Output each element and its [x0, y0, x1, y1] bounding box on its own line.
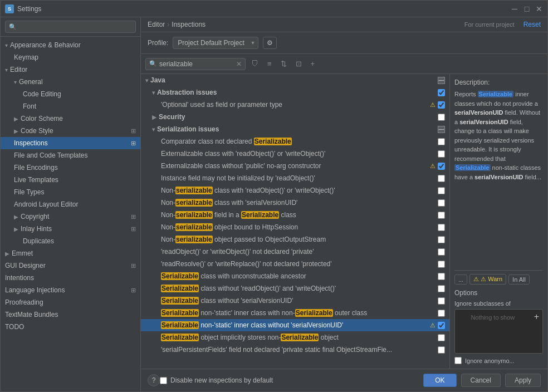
- unconstructable-checkbox[interactable]: [438, 273, 445, 280]
- non-serial5-checkbox[interactable]: [438, 236, 445, 243]
- sidebar-item-file-code-templates[interactable]: File and Code Templates: [1, 149, 140, 161]
- externalizable1-item[interactable]: Externalizable class with 'readObject()'…: [141, 148, 449, 160]
- security-group[interactable]: ▶ Security: [141, 111, 449, 123]
- no-readobject-checkbox[interactable]: [438, 285, 445, 292]
- abstraction-group[interactable]: ▾ Abstraction issues: [141, 86, 449, 99]
- readobject-item[interactable]: 'readObject()' or 'writeObject()' not de…: [141, 246, 449, 258]
- filter-clear-icon[interactable]: ✕: [236, 60, 242, 68]
- sidebar-item-copyright[interactable]: ▶ Copyright ⊞: [1, 210, 140, 223]
- non-static-no-uid-checkbox[interactable]: [438, 322, 445, 329]
- cancel-button[interactable]: Cancel: [461, 374, 501, 387]
- sidebar-item-editor[interactable]: ▾ Editor: [1, 63, 140, 76]
- non-serial2-item[interactable]: Non-serializable class with 'serialVersi…: [141, 197, 449, 209]
- abstraction-checkbox[interactable]: [438, 89, 445, 96]
- persistent-fields-item[interactable]: 'serialPersistentFields' field not decla…: [141, 344, 449, 356]
- sidebar-item-duplicates[interactable]: Duplicates: [1, 235, 140, 247]
- serialization-group[interactable]: ▾ Serialization issues —: [141, 123, 449, 135]
- description-actions: ... ⚠ ⚠ Warn In All: [454, 270, 543, 285]
- sidebar-item-code-style[interactable]: ▶ Code Style ⊞: [1, 125, 140, 137]
- unconstructable-item[interactable]: Serializable class with unconstructable …: [141, 270, 449, 282]
- close-btn[interactable]: ✕: [535, 5, 543, 13]
- non-serial4-text: Non-serializable object bound to HttpSes…: [161, 223, 438, 231]
- ignore-subclasses-label: Ignore subclasses of: [454, 300, 543, 307]
- sidebar-item-color-scheme[interactable]: ▶ Color Scheme: [1, 112, 140, 125]
- implicitly-stores-item[interactable]: Serializable object implicitly stores no…: [141, 331, 449, 344]
- minimize-btn[interactable]: ─: [511, 5, 518, 13]
- apply-button[interactable]: Apply: [505, 374, 541, 387]
- comparator-checkbox[interactable]: [438, 138, 445, 145]
- sidebar-item-file-types[interactable]: File Types: [1, 186, 140, 198]
- no-uid-checkbox[interactable]: [438, 297, 445, 305]
- filter-toggle-button[interactable]: ⊡: [292, 57, 305, 70]
- externalizable2-item[interactable]: Externalizable class without 'public' no…: [141, 160, 449, 172]
- sidebar-item-font[interactable]: Font: [1, 100, 140, 112]
- java-group[interactable]: ▾ Java —: [141, 74, 449, 86]
- non-static-inner-checkbox[interactable]: [438, 310, 445, 317]
- top-bar: Editor › Inspections For current project…: [141, 17, 547, 32]
- non-serial5-item[interactable]: Non-serializable object passed to Object…: [141, 233, 449, 246]
- non-serial3-item[interactable]: Non-serializable field in a Serializable…: [141, 209, 449, 221]
- sidebar-item-proofreading[interactable]: Proofreading: [1, 296, 140, 308]
- non-serial2-checkbox[interactable]: [438, 199, 445, 207]
- optional-checkbox[interactable]: [438, 101, 445, 109]
- filter-search-input[interactable]: [159, 60, 234, 68]
- sidebar-search-input[interactable]: [19, 23, 132, 31]
- sidebar-item-appearance[interactable]: ▾ Appearance & Behavior: [1, 39, 140, 51]
- sidebar-item-gui-designer[interactable]: GUI Designer ⊞: [1, 259, 140, 272]
- sidebar-item-todo[interactable]: TODO: [1, 321, 140, 333]
- externalizable1-checkbox[interactable]: [438, 150, 445, 158]
- sidebar-item-intentions[interactable]: Intentions: [1, 272, 140, 284]
- sidebar-item-textmate-bundles[interactable]: TextMate Bundles: [1, 308, 140, 321]
- instance-field-checkbox[interactable]: [438, 175, 445, 182]
- readresolve-checkbox[interactable]: [438, 261, 445, 268]
- filter-expand-button[interactable]: ≡: [264, 57, 275, 70]
- readobject-text: 'readObject()' or 'writeObject()' not de…: [161, 248, 438, 256]
- no-uid-item[interactable]: Serializable class without 'serialVersio…: [141, 295, 449, 307]
- sidebar-item-todo-label: TODO: [5, 323, 24, 331]
- help-button[interactable]: ?: [148, 374, 160, 386]
- comparator-item[interactable]: Comparator class not declared Serializab…: [141, 135, 449, 148]
- ok-button[interactable]: OK: [423, 374, 456, 387]
- in-all-button[interactable]: In All: [508, 275, 530, 285]
- externalizable2-checkbox[interactable]: [438, 163, 445, 170]
- security-checkbox[interactable]: [438, 114, 445, 121]
- reset-button[interactable]: Reset: [523, 21, 541, 28]
- non-serial1-checkbox[interactable]: [438, 187, 445, 194]
- sidebar-item-inlay-hints[interactable]: ▶ Inlay Hints ⊞: [1, 223, 140, 235]
- non-static-inner-item[interactable]: Serializable non-'static' inner class wi…: [141, 307, 449, 319]
- sidebar-item-file-encodings[interactable]: File Encodings: [1, 161, 140, 174]
- sidebar-item-live-templates[interactable]: Live Templates: [1, 174, 140, 186]
- sidebar-item-code-editing[interactable]: Code Editing: [1, 88, 140, 100]
- non-serial4-checkbox[interactable]: [438, 224, 445, 231]
- profile-select[interactable]: Project Default Project: [173, 37, 258, 49]
- implicitly-stores-checkbox[interactable]: [438, 334, 445, 341]
- filter-add-button[interactable]: +: [307, 57, 319, 70]
- disable-new-checkbox[interactable]: [160, 377, 167, 384]
- non-static-no-uid-text: Serializable non-'static' inner class wi…: [161, 321, 430, 329]
- optional-item[interactable]: 'Optional' used as field or parameter ty…: [141, 99, 449, 111]
- warn-button[interactable]: ⚠ ⚠ Warn: [469, 274, 506, 285]
- maximize-btn[interactable]: □: [523, 5, 531, 13]
- non-serial3-checkbox[interactable]: [438, 212, 445, 219]
- no-readobject-item[interactable]: Serializable class without 'readObject()…: [141, 282, 449, 295]
- profile-gear-button[interactable]: ⚙: [263, 37, 277, 49]
- readresolve-item[interactable]: 'readResolve()' or 'writeReplace()' not …: [141, 258, 449, 270]
- sidebar-item-keymap[interactable]: Keymap: [1, 51, 140, 63]
- right-panel: Editor › Inspections For current project…: [141, 17, 547, 391]
- filter-funnel-button[interactable]: ⛉: [248, 57, 262, 70]
- non-serial1-item[interactable]: Non-serializable class with 'readObject(…: [141, 184, 449, 197]
- sidebar-item-emmet[interactable]: ▶ Emmet: [1, 247, 140, 259]
- non-serial4-item[interactable]: Non-serializable object bound to HttpSes…: [141, 221, 449, 233]
- dots-button[interactable]: ...: [454, 275, 467, 285]
- readobject-checkbox[interactable]: [438, 248, 445, 256]
- instance-field-item[interactable]: Instance field may not be initialized by…: [141, 172, 449, 184]
- sidebar-item-android-layout-editor[interactable]: Android Layout Editor: [1, 198, 140, 210]
- sidebar-item-general[interactable]: ▾ General: [1, 76, 140, 88]
- add-side-button[interactable]: +: [531, 310, 542, 324]
- persistent-fields-checkbox[interactable]: [438, 346, 445, 354]
- sidebar-item-language-injections[interactable]: Language Injections ⊞: [1, 284, 140, 296]
- sidebar-item-inspections[interactable]: Inspections ⊞: [1, 137, 140, 149]
- filter-collapse-button[interactable]: ⇅: [277, 57, 290, 70]
- ignore-anonymous-checkbox[interactable]: [454, 357, 462, 364]
- non-static-no-uid-item[interactable]: Serializable non-'static' inner class wi…: [141, 319, 449, 331]
